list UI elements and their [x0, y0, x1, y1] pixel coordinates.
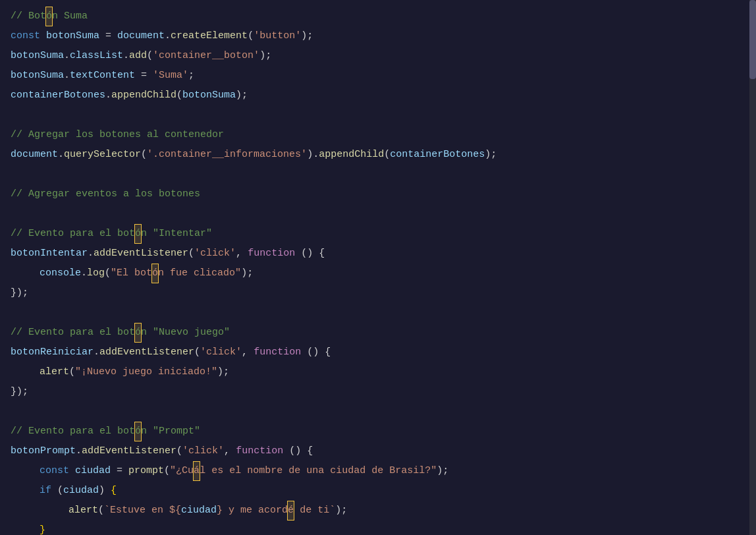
code-line-15: });	[0, 283, 756, 303]
code-line-7: // Agregar los botones al contenedor	[0, 125, 756, 145]
code-line-5: containerBotones . appendChild ( botonSu…	[0, 86, 756, 105]
code-line-19: alert ( "¡Nuevo juego iniciado!" );	[0, 362, 756, 382]
scrollbar[interactable]	[749, 0, 756, 535]
scrollbar-thumb[interactable]	[749, 0, 756, 79]
code-line-18: botonReiniciar . addEventListener ( 'cli…	[0, 343, 756, 362]
code-line-24: const ciudad = prompt ( "¿Cuál es el nom…	[0, 461, 756, 481]
code-line-4: botonSuma . textContent = 'Suma' ;	[0, 66, 756, 86]
code-line-3: botonSuma . classList . add ( 'container…	[0, 46, 756, 66]
code-editor: // Botón Suma const botonSuma = document…	[0, 0, 756, 535]
code-line-17: // Evento para el botón "Nuevo juego"	[0, 323, 756, 343]
code-line-26: alert ( `Estuve en ${ ciudad } y me acor…	[0, 501, 756, 521]
code-line-23: botonPrompt . addEventListener ( 'click'…	[0, 441, 756, 461]
code-line-27: }	[0, 521, 756, 535]
code-line-1: // Botón Suma	[0, 7, 756, 26]
var-botonSuma-2: botonSuma	[46, 27, 99, 45]
code-line-2: const botonSuma = document . createEleme…	[0, 26, 756, 46]
code-line-25: if ( ciudad ) {	[0, 481, 756, 501]
code-line-12: // Evento para el botón "Intentar"	[0, 224, 756, 244]
code-line-6	[0, 105, 756, 125]
kw-const-2: const	[11, 27, 40, 45]
code-line-13: botonIntentar . addEventListener ( 'clic…	[0, 244, 756, 264]
code-line-11	[0, 204, 756, 224]
code-line-21	[0, 402, 756, 422]
comment-1: // Botón Suma	[11, 7, 88, 26]
code-line-20: });	[0, 382, 756, 402]
code-line-8: document . querySelector ( '.container__…	[0, 145, 756, 165]
code-line-14: console . log ( "El botón fue clicado" )…	[0, 264, 756, 283]
code-line-10: // Agregar eventos a los botones	[0, 184, 756, 204]
code-line-16	[0, 303, 756, 323]
code-line-22: // Evento para el botón "Prompt"	[0, 422, 756, 441]
code-line-9	[0, 165, 756, 184]
